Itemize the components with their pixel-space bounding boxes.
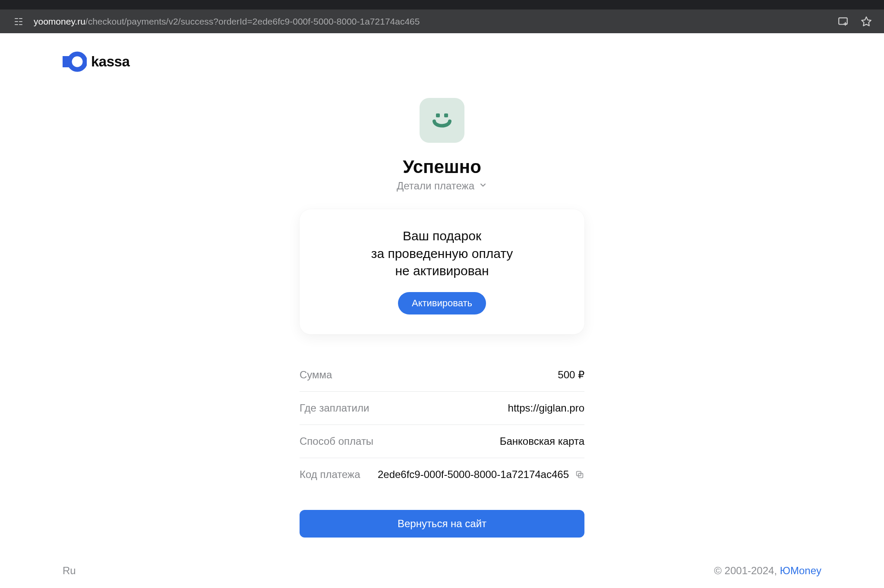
svg-rect-10 xyxy=(436,113,440,117)
payment-details-label: Детали платежа xyxy=(397,180,474,192)
site-settings-icon[interactable] xyxy=(13,16,24,27)
svg-rect-0 xyxy=(15,18,18,19)
row-amount: Сумма 500 ₽ xyxy=(300,358,584,392)
payment-details-list: Сумма 500 ₽ Где заплатили https://giglan… xyxy=(300,358,584,491)
svg-rect-4 xyxy=(15,24,18,25)
svg-rect-9 xyxy=(63,56,70,67)
url-path: /checkout/payments/v2/success?orderId=2e… xyxy=(85,16,420,26)
install-app-icon[interactable] xyxy=(837,16,849,27)
svg-rect-3 xyxy=(19,21,22,22)
browser-tabstrip xyxy=(0,0,884,9)
amount-label: Сумма xyxy=(300,369,332,381)
chevron-down-icon xyxy=(479,180,487,192)
svg-rect-2 xyxy=(15,21,18,22)
svg-marker-7 xyxy=(862,17,871,26)
payment-details-toggle[interactable]: Детали платежа xyxy=(397,180,487,192)
gift-text: Ваш подарок за проведенную оплату не акт… xyxy=(317,227,567,280)
copyright: © 2001-2024, ЮMoney xyxy=(714,565,821,577)
activate-button[interactable]: Активировать xyxy=(398,292,486,314)
svg-rect-1 xyxy=(19,18,22,19)
gift-line-1: Ваш подарок xyxy=(317,227,567,245)
footer: Ru © 2001-2024, ЮMoney xyxy=(0,565,884,577)
svg-rect-6 xyxy=(839,18,847,24)
success-smile-icon xyxy=(420,98,464,143)
row-method: Способ оплаты Банковская карта xyxy=(300,425,584,458)
row-merchant: Где заплатили https://giglan.pro xyxy=(300,392,584,425)
gift-line-2: за проведенную оплату xyxy=(317,245,567,263)
amount-value: 500 ₽ xyxy=(558,369,584,381)
method-label: Способ оплаты xyxy=(300,435,373,447)
browser-address-bar[interactable]: yoomoney.ru/checkout/payments/v2/success… xyxy=(0,9,884,33)
svg-rect-11 xyxy=(444,113,448,117)
code-value: 2ede6fc9-000f-5000-8000-1a72174ac465 xyxy=(378,469,569,481)
brand-link[interactable]: ЮMoney xyxy=(780,565,821,576)
code-label: Код платежа xyxy=(300,469,360,481)
copy-icon[interactable] xyxy=(575,470,584,479)
method-value: Банковская карта xyxy=(500,435,584,447)
language-switch[interactable]: Ru xyxy=(63,565,76,577)
merchant-label: Где заплатили xyxy=(300,402,369,414)
brand-logo-text: kassa xyxy=(91,53,129,70)
brand-logo[interactable]: kassa xyxy=(63,50,129,74)
yookassa-logo-icon xyxy=(63,50,87,74)
merchant-value: https://giglan.pro xyxy=(508,402,584,414)
svg-point-8 xyxy=(69,54,85,69)
svg-rect-5 xyxy=(19,24,22,25)
gift-card: Ваш подарок за проведенную оплату не акт… xyxy=(300,209,584,334)
success-title: Успешно xyxy=(403,157,481,177)
row-code: Код платежа 2ede6fc9-000f-5000-8000-1a72… xyxy=(300,458,584,491)
gift-line-3: не активирован xyxy=(317,262,567,280)
url-domain: yoomoney.ru xyxy=(34,16,85,26)
url-text[interactable]: yoomoney.ru/checkout/payments/v2/success… xyxy=(34,16,837,27)
copyright-text: © 2001-2024, xyxy=(714,565,780,576)
return-button[interactable]: Вернуться на сайт xyxy=(300,510,584,538)
page: kassa Успешно Детали платежа Ваш подарок… xyxy=(0,33,884,588)
bookmark-star-icon[interactable] xyxy=(861,16,872,27)
